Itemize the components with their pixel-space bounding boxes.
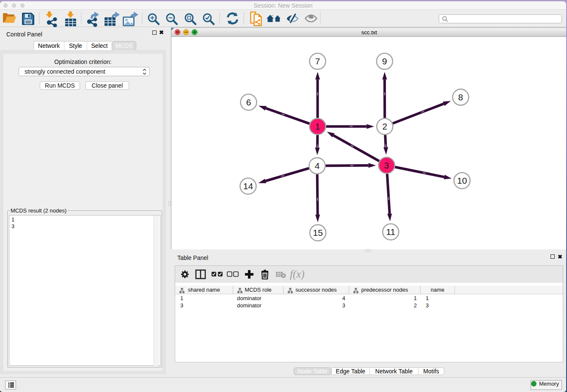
svg-text:3: 3 (384, 160, 389, 170)
svg-text:6: 6 (246, 97, 251, 107)
svg-text:1: 1 (315, 121, 320, 131)
svg-text:4: 4 (315, 161, 320, 171)
svg-text:10: 10 (457, 176, 467, 185)
svg-text:7: 7 (315, 56, 320, 66)
svg-text:15: 15 (313, 228, 323, 237)
svg-text:f(x): f(x) (290, 268, 305, 280)
svg-text:8: 8 (458, 92, 463, 102)
svg-text:14: 14 (243, 181, 253, 191)
svg-text:11: 11 (386, 227, 395, 237)
svg-text:2: 2 (383, 121, 388, 131)
svg-text:9: 9 (382, 56, 387, 66)
